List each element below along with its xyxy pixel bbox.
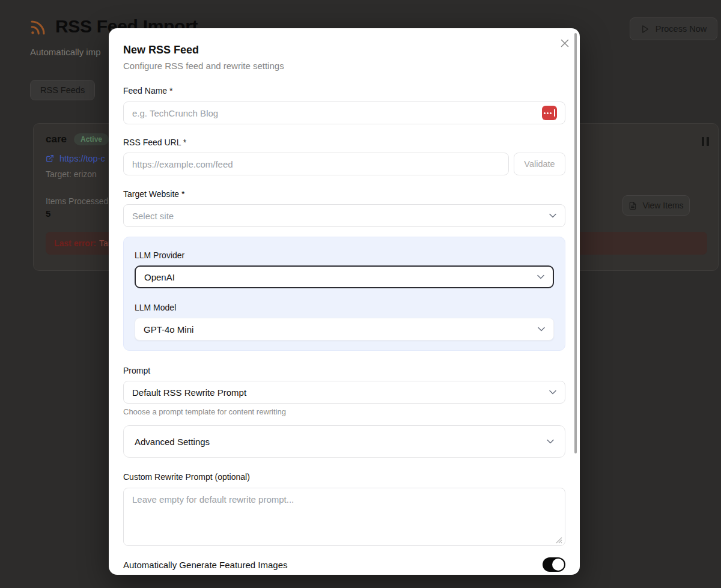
feed-name-input[interactable] — [123, 102, 565, 124]
prompt-helper-text: Choose a prompt template for content rew… — [123, 407, 565, 417]
modal-scrollbar-thumb[interactable] — [574, 33, 577, 453]
llm-provider-value: OpenAI — [144, 272, 175, 282]
custom-prompt-label: Custom Rewrite Prompt (optional) — [123, 471, 565, 483]
view-items-label: View Items — [642, 201, 683, 210]
llm-provider-label: LLM Provider — [135, 249, 554, 261]
custom-prompt-field: Custom Rewrite Prompt (optional) — [123, 471, 565, 548]
feed-name: care — [46, 133, 67, 145]
password-manager-icon[interactable] — [542, 106, 557, 120]
resize-handle-icon[interactable] — [555, 536, 562, 544]
feed-target: Target: erizon — [46, 169, 97, 179]
pause-icon[interactable] — [701, 137, 710, 146]
target-website-label: Target Website * — [123, 188, 565, 200]
feed-name-field: Feed Name * — [123, 85, 565, 124]
items-processed-value: 5 — [46, 208, 50, 219]
target-website-field: Target Website * Select site — [123, 188, 565, 227]
tab-rss-feeds[interactable]: RSS Feeds — [30, 80, 95, 100]
document-icon — [628, 201, 637, 210]
rss-icon — [29, 19, 47, 37]
switch-knob — [552, 559, 564, 571]
feed-card-header: care Active — [46, 133, 109, 145]
play-icon — [640, 25, 650, 34]
llm-model-label: LLM Model — [135, 302, 554, 314]
advanced-settings-label: Advanced Settings — [135, 437, 210, 447]
screen: RSS Feed Import Automatically imp RSS Fe… — [0, 0, 721, 588]
items-processed-label: Items Processed — [46, 196, 108, 206]
dialog-subtitle: Configure RSS feed and rewrite settings — [123, 60, 565, 72]
chevron-down-icon — [549, 213, 556, 218]
last-error-prefix: Last error: — [54, 238, 96, 248]
validate-button[interactable]: Validate — [514, 153, 565, 175]
llm-settings-section: LLM Provider OpenAI LLM Model GPT-4o Min… — [123, 237, 565, 351]
target-website-select[interactable]: Select site — [123, 204, 565, 227]
close-icon[interactable] — [559, 38, 570, 49]
chevron-down-icon — [547, 439, 554, 444]
dialog-title: New RSS Feed — [123, 43, 565, 57]
external-link-icon — [46, 154, 54, 163]
target-website-placeholder: Select site — [132, 211, 174, 221]
prompt-select[interactable]: Default RSS Rewrite Prompt — [123, 381, 565, 404]
llm-provider-select[interactable]: OpenAI — [135, 265, 554, 288]
page-subtitle: Automatically imp — [30, 47, 101, 57]
feed-url-label: RSS Feed URL * — [123, 136, 565, 148]
new-rss-feed-dialog: New RSS Feed Configure RSS feed and rewr… — [109, 28, 580, 575]
feed-name-label: Feed Name * — [123, 85, 565, 97]
llm-model-select[interactable]: GPT-4o Mini — [135, 318, 554, 341]
auto-images-label: Automatically Generate Featured Images — [123, 560, 287, 570]
feed-url-field: RSS Feed URL * Validate — [123, 136, 565, 175]
prompt-label: Prompt — [123, 365, 565, 377]
feed-url-link[interactable]: https://top-c — [59, 154, 105, 163]
prompt-value: Default RSS Rewrite Prompt — [132, 387, 246, 398]
process-now-button[interactable]: Process Now — [630, 17, 717, 40]
auto-images-row: Automatically Generate Featured Images — [123, 557, 565, 572]
auto-images-switch[interactable] — [543, 557, 565, 572]
chevron-down-icon — [537, 274, 544, 279]
process-now-label: Process Now — [656, 24, 707, 34]
custom-prompt-textarea[interactable] — [123, 488, 565, 546]
feed-url-input[interactable] — [123, 153, 509, 175]
view-items-button[interactable]: View Items — [622, 195, 690, 216]
feed-url-row: https://top-c — [46, 154, 105, 163]
llm-model-value: GPT-4o Mini — [144, 324, 193, 335]
chevron-down-icon — [549, 390, 556, 395]
prompt-field: Prompt Default RSS Rewrite Prompt Choose… — [123, 365, 565, 417]
advanced-settings-toggle[interactable]: Advanced Settings — [123, 425, 565, 458]
chevron-down-icon — [538, 327, 545, 332]
status-badge: Active — [74, 133, 109, 145]
